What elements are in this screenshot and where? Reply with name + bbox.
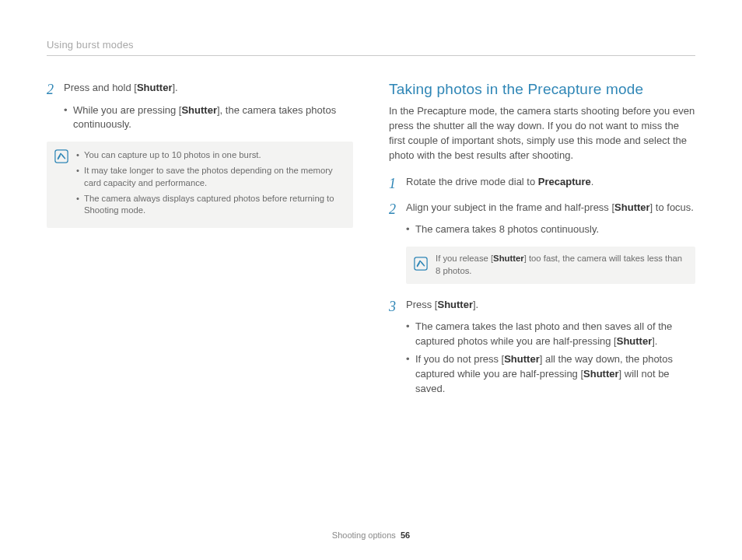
text: Rotate the drive mode dial to <box>406 176 538 187</box>
right-step-2: 2 Align your subject in the frame and ha… <box>389 201 695 219</box>
footer-section: Shooting options <box>332 530 396 540</box>
note-icon <box>414 257 428 275</box>
step-number: 3 <box>389 298 406 316</box>
note-list: You can capture up to 10 photos in one b… <box>76 149 344 220</box>
content-columns: 2 Press and hold [Shutter]. While you ar… <box>47 81 695 406</box>
sub-bullet: While you are pressing [Shutter], the ca… <box>64 103 353 133</box>
shutter-key: Shutter <box>504 353 540 365</box>
shutter-key: Shutter <box>614 201 650 213</box>
manual-page: Using burst modes 2 Press and hold [Shut… <box>0 0 742 560</box>
shutter-key: Shutter <box>583 368 619 380</box>
step-number: 2 <box>389 201 406 219</box>
section-lead: In the Precapture mode, the camera start… <box>389 104 695 163</box>
right-inline-note: If you release [Shutter] too fast, the c… <box>406 247 695 284</box>
step-number: 2 <box>47 81 64 99</box>
svg-rect-1 <box>415 257 427 270</box>
note-item: You can capture up to 10 photos in one b… <box>76 149 344 162</box>
step-number: 1 <box>389 175 406 193</box>
left-step2-sublist: While you are pressing [Shutter], the ca… <box>64 103 353 133</box>
left-note-box: You can capture up to 10 photos in one b… <box>47 142 353 228</box>
text: . <box>591 176 594 187</box>
precapture-key: Precapture <box>538 176 591 187</box>
left-column: 2 Press and hold [Shutter]. While you ar… <box>47 81 353 406</box>
text: ] to focus. <box>650 201 694 213</box>
shutter-key: Shutter <box>137 82 173 93</box>
shutter-key: Shutter <box>181 104 217 116</box>
section-heading: Taking photos in the Precapture mode <box>389 81 695 98</box>
step-text: Press and hold [Shutter]. <box>64 81 178 99</box>
text: ]. <box>473 299 478 310</box>
shutter-key: Shutter <box>617 335 653 347</box>
svg-rect-0 <box>55 150 68 163</box>
text: ]. <box>652 335 657 347</box>
text: ]. <box>172 82 177 93</box>
text: Press [ <box>406 299 437 310</box>
text: Align your subject in the frame and half… <box>406 201 614 213</box>
step-text: Rotate the drive mode dial to Precapture… <box>406 175 593 193</box>
text: While you are pressing [ <box>73 104 181 116</box>
page-footer: Shooting options 56 <box>0 530 742 540</box>
left-step-2: 2 Press and hold [Shutter]. <box>47 81 353 99</box>
shutter-key: Shutter <box>493 254 524 263</box>
right-step-3: 3 Press [Shutter]. <box>389 298 695 316</box>
sub-bullet: The camera takes 8 photos continuously. <box>406 222 695 237</box>
right-step-1: 1 Rotate the drive mode dial to Precaptu… <box>389 175 695 193</box>
running-header: Using burst modes <box>47 39 695 56</box>
text: If you do not press [ <box>415 353 504 365</box>
sub-bullet: The camera takes the last photo and then… <box>406 320 695 349</box>
step-text: Align your subject in the frame and half… <box>406 201 694 219</box>
note-item: The camera always displays captured phot… <box>76 193 344 218</box>
text: If you release [ <box>436 254 493 263</box>
footer-page-number: 56 <box>401 530 410 540</box>
shutter-key: Shutter <box>437 299 473 310</box>
note-text: If you release [Shutter] too fast, the c… <box>436 253 688 278</box>
right-column: Taking photos in the Precapture mode In … <box>389 81 695 406</box>
right-step3-sublist: The camera takes the last photo and then… <box>406 320 695 396</box>
note-icon <box>54 149 68 220</box>
text: Press and hold [ <box>64 82 137 93</box>
step-text: Press [Shutter]. <box>406 298 478 316</box>
right-step2-sublist: The camera takes 8 photos continuously. <box>406 222 695 237</box>
note-item: It may take longer to save the photos de… <box>76 165 344 190</box>
sub-bullet: If you do not press [Shutter] all the wa… <box>406 352 695 397</box>
